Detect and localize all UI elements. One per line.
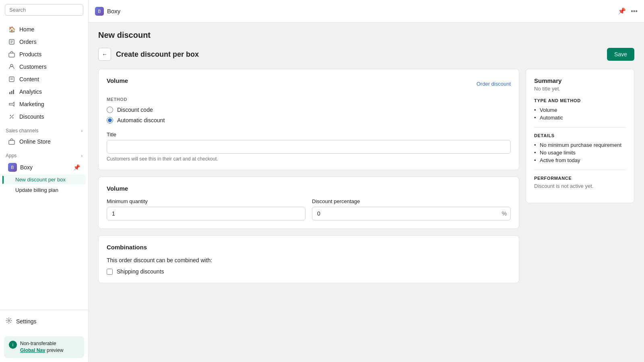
apps-chevron[interactable]: › bbox=[81, 154, 83, 158]
save-button[interactable]: Save bbox=[607, 48, 634, 61]
page-title: New discount bbox=[98, 31, 634, 40]
sidebar-item-marketing[interactable]: Marketing bbox=[2, 98, 86, 110]
type-item-volume: Volume bbox=[534, 106, 626, 114]
search-container bbox=[0, 0, 88, 20]
topbar: B Boxy 📌 ••• bbox=[89, 0, 644, 23]
combinations-card: Combinations This order discount can be … bbox=[98, 235, 519, 283]
search-input[interactable] bbox=[5, 4, 83, 16]
sidebar-item-online-store[interactable]: Online Store bbox=[2, 136, 86, 148]
volume-card: Volume Minimum quantity Discount percent… bbox=[98, 177, 519, 229]
volume-card-title: Volume bbox=[107, 185, 511, 192]
type-method-list: Volume Automatic bbox=[534, 106, 626, 121]
detail-item-1: No usage limits bbox=[534, 149, 626, 156]
boxy-header: B Boxy 📌 bbox=[2, 160, 86, 174]
discount-code-radio[interactable] bbox=[107, 107, 113, 113]
automatic-discount-option[interactable]: Automatic discount bbox=[107, 117, 511, 123]
svg-point-13 bbox=[12, 117, 14, 119]
volume-fields: Minimum quantity Discount percentage % bbox=[107, 198, 511, 220]
settings-icon bbox=[6, 317, 12, 325]
discount-pct-input[interactable] bbox=[312, 207, 511, 220]
combinations-description: This order discount can be combined with… bbox=[107, 257, 511, 263]
sidebar-item-orders[interactable]: Orders bbox=[2, 36, 86, 48]
type-method-label: TYPE AND METHOD bbox=[534, 98, 626, 103]
automatic-discount-radio[interactable] bbox=[107, 117, 113, 123]
shipping-discounts-checkbox-label[interactable]: Shipping discounts bbox=[107, 268, 511, 275]
method-card: Volume Order discount METHOD Discount co… bbox=[98, 69, 519, 170]
sales-channels-section: Sales channels › bbox=[0, 123, 88, 135]
boxy-app-icon: B bbox=[8, 163, 17, 172]
performance-section: PERFORMANCE Discount is not active yet. bbox=[534, 176, 626, 189]
title-hint: Customers will see this in their cart an… bbox=[107, 156, 511, 162]
discount-code-option[interactable]: Discount code bbox=[107, 107, 511, 113]
content-icon bbox=[8, 76, 15, 83]
svg-rect-15 bbox=[9, 140, 14, 144]
orders-icon bbox=[8, 38, 15, 45]
sidebar-item-home[interactable]: 🏠 Home bbox=[2, 23, 86, 35]
summary-card: Summary No title yet. TYPE AND METHOD Vo… bbox=[526, 69, 634, 203]
title-field-label: Title bbox=[107, 132, 511, 138]
global-nav-link[interactable]: Global Nav bbox=[20, 348, 45, 353]
sidebar-item-new-discount-per-box[interactable]: New discount per box bbox=[2, 175, 86, 185]
summary-title: Summary bbox=[534, 77, 626, 84]
products-icon bbox=[8, 51, 15, 58]
sidebar-item-analytics[interactable]: Analytics bbox=[2, 86, 86, 98]
sidebar: 🏠 Home Orders Products Customers Cont bbox=[0, 0, 89, 362]
summary-divider-2 bbox=[534, 170, 626, 170]
min-quantity-input[interactable] bbox=[107, 207, 305, 220]
svg-rect-9 bbox=[9, 92, 10, 94]
type-item-automatic: Automatic bbox=[534, 114, 626, 121]
discount-pct-group: Discount percentage % bbox=[312, 198, 511, 220]
svg-point-12 bbox=[10, 115, 11, 116]
discount-pct-label: Discount percentage bbox=[312, 198, 511, 204]
details-list: No minimum purchase requirement No usage… bbox=[534, 141, 626, 164]
info-icon: i bbox=[9, 341, 17, 349]
type-method-section: TYPE AND METHOD Volume Automatic bbox=[534, 98, 626, 121]
performance-label: PERFORMANCE bbox=[534, 176, 626, 181]
method-radio-group: Discount code Automatic discount bbox=[107, 107, 511, 123]
customers-icon bbox=[8, 63, 15, 70]
topbar-boxy-icon: B bbox=[95, 7, 104, 16]
svg-rect-10 bbox=[11, 91, 12, 94]
svg-rect-11 bbox=[13, 90, 14, 94]
main-column: Volume Order discount METHOD Discount co… bbox=[98, 69, 519, 283]
discounts-icon bbox=[8, 113, 15, 120]
svg-point-16 bbox=[8, 320, 10, 321]
sidebar-nav: 🏠 Home Orders Products Customers Cont bbox=[0, 20, 88, 310]
back-button[interactable]: ← bbox=[98, 48, 111, 61]
side-column: Summary No title yet. TYPE AND METHOD Vo… bbox=[526, 69, 634, 283]
title-field-group: Title Customers will see this in their c… bbox=[107, 132, 511, 162]
page-content: New discount ← Create discount per box S… bbox=[89, 23, 644, 362]
sidebar-item-customers[interactable]: Customers bbox=[2, 61, 86, 73]
sidebar-item-update-billing-plan[interactable]: Update billing plan bbox=[2, 185, 86, 195]
main-area: B Boxy 📌 ••• New discount ← Create disco… bbox=[89, 0, 644, 362]
content-header: ← Create discount per box Save bbox=[98, 48, 634, 61]
sidebar-item-discounts[interactable]: Discounts bbox=[2, 111, 86, 123]
no-title-text: No title yet. bbox=[534, 86, 626, 92]
sidebar-item-products[interactable]: Products bbox=[2, 48, 86, 60]
min-quantity-group: Minimum quantity bbox=[107, 198, 305, 220]
sidebar-item-content[interactable]: Content bbox=[2, 73, 86, 85]
details-label: DETAILS bbox=[534, 133, 626, 138]
shipping-discounts-checkbox[interactable] bbox=[107, 269, 113, 275]
pin-icon[interactable]: 📌 bbox=[73, 164, 80, 171]
min-quantity-label: Minimum quantity bbox=[107, 198, 305, 204]
online-store-icon bbox=[8, 138, 15, 145]
summary-divider-1 bbox=[534, 127, 626, 128]
svg-rect-4 bbox=[9, 53, 14, 57]
percent-suffix: % bbox=[502, 210, 507, 217]
form-title: Create discount per box bbox=[116, 50, 199, 59]
apps-section: Apps › bbox=[0, 148, 88, 160]
sales-channels-chevron[interactable]: › bbox=[81, 129, 83, 133]
topbar-brand: B Boxy bbox=[95, 7, 120, 16]
order-discount-link[interactable]: Order discount bbox=[477, 81, 511, 87]
more-options-icon[interactable]: ••• bbox=[631, 8, 638, 15]
notification-box: i Non-transferable Global Nav preview bbox=[4, 336, 84, 358]
sidebar-item-settings[interactable]: Settings bbox=[6, 315, 83, 327]
sidebar-footer: Settings bbox=[0, 310, 88, 332]
topbar-actions: 📌 ••• bbox=[618, 7, 638, 15]
title-input[interactable] bbox=[107, 140, 511, 154]
home-icon: 🏠 bbox=[8, 26, 15, 33]
analytics-icon bbox=[8, 88, 15, 95]
pin-topbar-icon[interactable]: 📌 bbox=[618, 7, 626, 15]
method-label: METHOD bbox=[107, 97, 511, 102]
